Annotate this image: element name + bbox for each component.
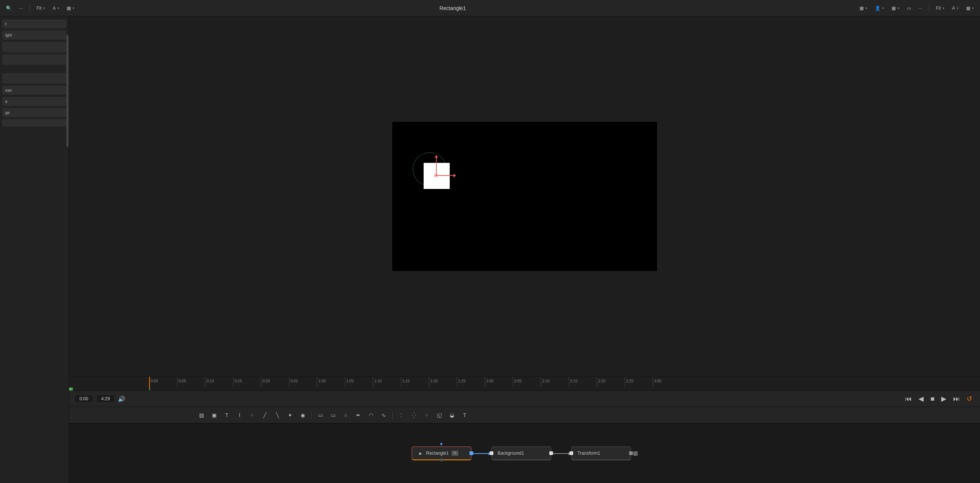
- center-panel: 0:00 0:05 0:10 0:15 0:20 0:25 1:00 1:05 …: [69, 16, 980, 483]
- shape1-button[interactable]: ◱: [434, 411, 445, 419]
- total-time[interactable]: 4:29: [96, 395, 115, 403]
- play-button[interactable]: ▶: [939, 393, 949, 404]
- ruler-mark-8: 1:10: [373, 377, 401, 388]
- ruler-mark-17: 2:25: [625, 377, 652, 388]
- node-transform1[interactable]: Transform1: [571, 446, 631, 460]
- node-transform-output-port[interactable]: [629, 451, 633, 455]
- grid2-button[interactable]: ▦ ▾: [889, 5, 902, 11]
- arc-tool-button[interactable]: ◠: [366, 411, 377, 419]
- time-display: 0:00 4:29 🔊: [75, 395, 125, 403]
- select-tool-button[interactable]: ▣: [208, 411, 220, 419]
- current-time[interactable]: 0:00: [75, 395, 93, 403]
- rect2-select-button[interactable]: ▭: [328, 411, 339, 419]
- text-view-button[interactable]: A ▾: [50, 5, 62, 11]
- ruler-mark-14: 2:10: [541, 377, 569, 388]
- rect-select-button[interactable]: ▭: [315, 411, 326, 419]
- scatter1-button[interactable]: ⁚: [396, 411, 407, 419]
- skip-back-button[interactable]: ⏮: [903, 394, 914, 404]
- ruler-mark-2: 0:10: [205, 377, 233, 388]
- grid1-icon: ▦: [859, 6, 864, 11]
- scatter2-button[interactable]: ⁛: [408, 411, 420, 419]
- scatter3-button[interactable]: ⁘: [421, 411, 432, 419]
- shape2-button[interactable]: ◒: [446, 411, 458, 419]
- sidebar-item-5[interactable]: ean: [2, 86, 66, 95]
- more2-icon: ···: [918, 6, 922, 11]
- ruler-mark-11: 1:25: [457, 377, 485, 388]
- scatter2-icon: ⁛: [412, 412, 416, 418]
- sidebar-item-2[interactable]: [2, 42, 66, 52]
- volume-icon: 🔊: [118, 396, 125, 402]
- more-button[interactable]: ···: [17, 5, 25, 11]
- particle-tool-button[interactable]: ⁘: [247, 411, 258, 419]
- view-button[interactable]: ▦ ▾: [65, 5, 77, 11]
- text-tool-button[interactable]: T: [221, 411, 232, 419]
- text2-tool-button[interactable]: T: [459, 411, 470, 419]
- monitor-button[interactable]: ▭: [905, 5, 913, 11]
- loop-button[interactable]: ↺: [964, 393, 974, 404]
- node-transform-input-port[interactable]: [570, 451, 573, 455]
- sidebar-item-1[interactable]: ight: [2, 30, 66, 40]
- node-rectangle1[interactable]: ▼ ▶ Rectangle1 ⧉: [412, 446, 471, 460]
- fit-dropdown[interactable]: Fit ▾: [34, 5, 47, 11]
- paint-tool-button[interactable]: ⌇: [234, 411, 245, 419]
- drop-icon: ◉: [301, 412, 305, 418]
- node-output-port[interactable]: [469, 451, 473, 455]
- transform-center-handle[interactable]: [434, 174, 438, 177]
- viewer-canvas: [392, 122, 657, 271]
- node-background1-label: Background1: [498, 451, 524, 456]
- sun-icon: ✦: [288, 412, 292, 418]
- more2-button[interactable]: ···: [916, 5, 924, 11]
- sidebar-item-7[interactable]: ge: [2, 108, 66, 117]
- node-final-port: [633, 451, 638, 456]
- text2-button[interactable]: A ▾: [950, 5, 961, 11]
- sidebar-item-0[interactable]: t: [2, 19, 66, 28]
- monitor-icon: ▭: [907, 6, 911, 11]
- sidebar-item-8[interactable]: [2, 119, 66, 127]
- ruler-mark-9: 1:15: [401, 377, 429, 388]
- sun-tool-button[interactable]: ✦: [285, 411, 296, 419]
- node-bg-output-port[interactable]: [549, 451, 553, 455]
- sidebar-scrollbar[interactable]: [66, 35, 68, 147]
- node-row: ▼ ▶ Rectangle1 ⧉ ▶ Background1: [412, 446, 638, 460]
- stop-button[interactable]: ■: [928, 394, 937, 404]
- tools-divider-1: [311, 412, 312, 419]
- fill-tool-button[interactable]: ▨: [196, 411, 207, 419]
- search-button[interactable]: 🔍: [4, 5, 14, 11]
- wave-tool-button[interactable]: ∿: [378, 411, 389, 419]
- view2-button[interactable]: ▦ ▾: [964, 5, 976, 11]
- user-button[interactable]: 👤 ▾: [873, 5, 886, 11]
- arc-icon: ◠: [369, 412, 373, 418]
- sidebar-item-3[interactable]: [2, 54, 66, 65]
- node-transform1-label: Transform1: [578, 451, 600, 456]
- play-icon: ▶: [941, 395, 947, 402]
- ruler-mark-18: 3:00: [652, 377, 681, 388]
- playback-progress: [69, 388, 73, 391]
- ruler-mark-13: 2:05: [513, 377, 541, 388]
- toolbar-right: ▦ ▾ 👤 ▾ ▦ ▾ ▭ ··· Fit ▾ A ▾ ▦ ▾: [827, 5, 976, 12]
- fit2-dropdown[interactable]: Fit ▾: [934, 5, 947, 11]
- sidebar-item-6[interactable]: e: [2, 97, 66, 106]
- node-bg-input-port[interactable]: [490, 451, 493, 455]
- sidebar-item-4[interactable]: [2, 73, 66, 84]
- main-content: t ight ean e ge: [0, 16, 980, 483]
- playback-bar[interactable]: [69, 388, 980, 391]
- node-rectangle1-label: Rectangle1: [426, 451, 449, 456]
- curve1-tool-button[interactable]: ╱: [259, 411, 270, 419]
- pen-tool-button[interactable]: ✒: [353, 411, 364, 419]
- ruler-mark-7: 1:05: [345, 377, 373, 388]
- toolbar-divider-2: [929, 5, 929, 12]
- grid1-button[interactable]: ▦ ▾: [858, 5, 870, 11]
- drop-tool-button[interactable]: ◉: [297, 411, 309, 419]
- ruler-mark-0: 0:00: [149, 377, 177, 388]
- back-button[interactable]: ◀: [916, 393, 926, 404]
- skip-forward-button[interactable]: ⏭: [951, 394, 962, 404]
- oval-select-button[interactable]: ○: [340, 411, 351, 419]
- volume-button[interactable]: 🔊: [118, 396, 125, 402]
- sidebar-separator: [2, 67, 66, 71]
- node-settings-icon[interactable]: ⧉: [452, 451, 458, 456]
- node-play-button[interactable]: ▶: [418, 451, 423, 456]
- wave-icon: ∿: [382, 412, 386, 418]
- chevron-down-icon: ▾: [882, 6, 884, 10]
- curve2-tool-button[interactable]: ╲: [272, 411, 283, 419]
- node-background1[interactable]: Background1: [492, 446, 551, 460]
